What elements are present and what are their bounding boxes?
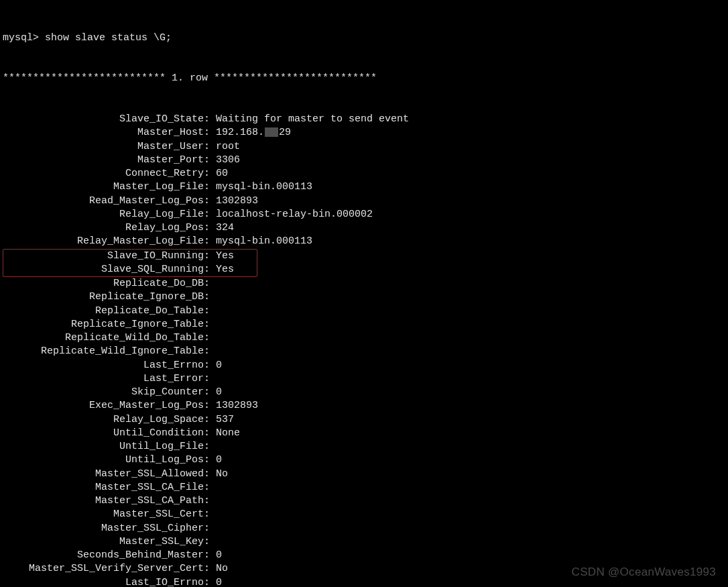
separator: : [204, 263, 216, 276]
status-key: Replicate_Ignore_DB [3, 290, 204, 304]
status-row: Master_Port: 3306 [3, 154, 725, 167]
status-key: Skip_Counter [3, 386, 204, 399]
separator: : [204, 440, 216, 453]
status-row: Master_SSL_CA_Path: [3, 494, 725, 508]
status-row: Last_Error: [3, 372, 725, 386]
separator: : [204, 576, 216, 588]
status-row: Until_Log_Pos: 0 [3, 453, 725, 467]
status-value: Waiting for master to send event [216, 113, 409, 126]
status-key: Slave_IO_Running [3, 250, 204, 263]
status-key: Last_Errno [3, 359, 204, 372]
separator: : [204, 508, 216, 521]
status-row: Replicate_Do_Table: [3, 305, 725, 318]
status-row: Last_Errno: 0 [3, 359, 725, 372]
status-key: Master_SSL_Cipher [3, 522, 204, 535]
separator: : [204, 345, 216, 358]
status-value: Yes [216, 250, 234, 263]
terminal-output: mysql> show slave status \G; ***********… [0, 0, 728, 587]
status-key: Master_SSL_CA_Path [3, 494, 204, 508]
status-key: Replicate_Do_DB [3, 277, 204, 290]
status-row: Master_SSL_Cert: [3, 508, 725, 521]
separator: : [204, 167, 216, 180]
separator: : [204, 535, 216, 549]
status-row: Master_SSL_CA_File: [3, 481, 725, 494]
status-value: 192.168.29 [216, 126, 291, 140]
status-row: Master_Log_File: mysql-bin.000113 [3, 180, 725, 194]
status-key: Replicate_Wild_Ignore_Table [3, 345, 204, 358]
status-key: Relay_Log_File [3, 208, 204, 221]
status-value: Yes [216, 263, 234, 276]
status-value: 0 [216, 576, 222, 588]
status-row: Master_SSL_Cipher: [3, 522, 725, 535]
separator: : [204, 113, 216, 126]
separator: : [204, 372, 216, 386]
status-key: Read_Master_Log_Pos [3, 195, 204, 208]
separator: : [204, 427, 216, 440]
status-row: Slave_IO_State: Waiting for master to se… [3, 113, 725, 126]
highlight-box: Slave_IO_Running: YesSlave_SQL_Running: … [3, 249, 257, 278]
separator: : [204, 140, 216, 154]
status-row: Connect_Retry: 60 [3, 167, 725, 180]
status-key: Until_Log_File [3, 440, 204, 453]
status-row: Relay_Log_Space: 537 [3, 413, 725, 427]
status-row: Exec_Master_Log_Pos: 1302893 [3, 399, 725, 413]
status-value: 537 [216, 413, 234, 427]
status-row: Master_Host: 192.168.29 [3, 126, 725, 140]
status-row: Master_SSL_Allowed: No [3, 468, 725, 481]
status-key: Relay_Log_Space [3, 413, 204, 427]
separator: : [204, 386, 216, 399]
separator: : [204, 562, 216, 576]
status-value: 0 [216, 453, 222, 467]
status-row: Relay_Log_Pos: 324 [3, 221, 725, 235]
row-header: *************************** 1. row *****… [3, 72, 725, 85]
status-key: Slave_SQL_Running [3, 263, 204, 276]
status-row: Master_SSL_Key: [3, 535, 725, 549]
separator: : [204, 208, 216, 221]
separator: : [204, 290, 216, 304]
status-key: Master_SSL_Verify_Server_Cert [3, 562, 204, 576]
separator: : [204, 180, 216, 194]
status-key: Last_Error [3, 372, 204, 386]
status-value: 1302893 [216, 195, 258, 208]
status-row: Relay_Log_File: localhost-relay-bin.0000… [3, 208, 725, 221]
status-value: 1302893 [216, 399, 258, 413]
status-key: Replicate_Wild_Do_Table [3, 331, 204, 345]
separator: : [204, 235, 216, 248]
status-value: 60 [216, 167, 228, 180]
status-value: 0 [216, 386, 222, 399]
separator: : [204, 331, 216, 345]
separator: : [204, 453, 216, 467]
status-key: Master_Port [3, 154, 204, 167]
prompt-line: mysql> show slave status \G; [3, 32, 725, 45]
status-row: Read_Master_Log_Pos: 1302893 [3, 195, 725, 208]
separator: : [204, 126, 216, 140]
status-key: Replicate_Ignore_Table [3, 318, 204, 331]
status-value: 0 [216, 359, 222, 372]
status-key: Master_SSL_CA_File [3, 481, 204, 494]
status-key: Relay_Log_Pos [3, 221, 204, 235]
status-key: Seconds_Behind_Master [3, 549, 204, 562]
status-key: Master_SSL_Allowed [3, 468, 204, 481]
status-row: Seconds_Behind_Master: 0 [3, 549, 725, 562]
status-row: Relay_Master_Log_File: mysql-bin.000113 [3, 235, 725, 248]
status-key: Master_SSL_Cert [3, 508, 204, 521]
status-key: Last_IO_Errno [3, 576, 204, 588]
status-key: Replicate_Do_Table [3, 305, 204, 318]
status-value: mysql-bin.000113 [216, 235, 312, 248]
separator: : [204, 494, 216, 508]
status-value: mysql-bin.000113 [216, 180, 312, 194]
status-key: Master_Host [3, 126, 204, 140]
status-row: Replicate_Wild_Do_Table: [3, 331, 725, 345]
status-key: Exec_Master_Log_Pos [3, 399, 204, 413]
redacted-block [265, 127, 278, 137]
separator: : [204, 277, 216, 290]
status-key: Master_Log_File [3, 180, 204, 194]
status-key: Until_Condition [3, 427, 204, 440]
separator: : [204, 195, 216, 208]
status-value: 0 [216, 549, 222, 562]
status-row: Skip_Counter: 0 [3, 386, 725, 399]
status-key: Relay_Master_Log_File [3, 235, 204, 248]
status-row: Slave_IO_Running: Yes [3, 250, 257, 263]
separator: : [204, 522, 216, 535]
separator: : [204, 359, 216, 372]
